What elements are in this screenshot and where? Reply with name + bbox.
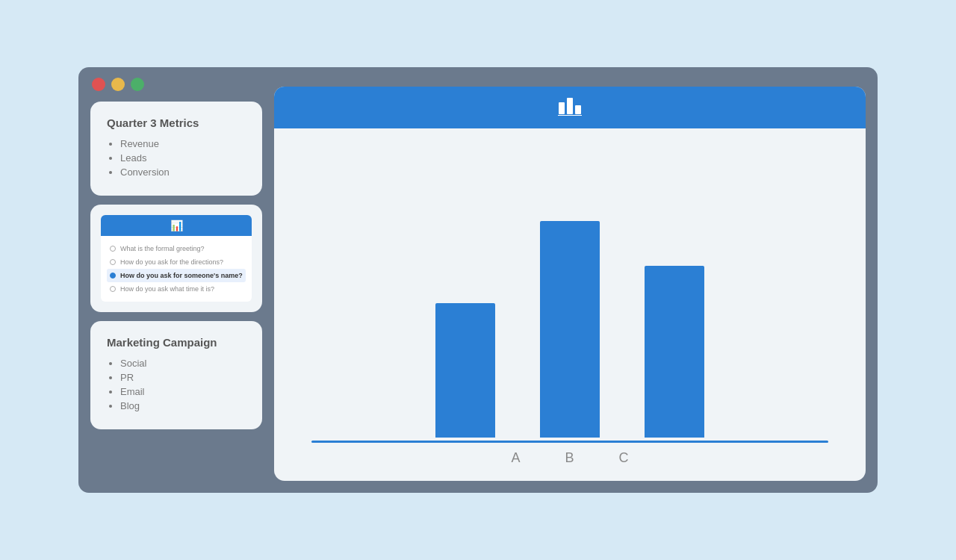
metrics-card-title: Quarter 3 Metrics xyxy=(107,116,246,129)
bar-b xyxy=(540,221,600,438)
browser-window: Quarter 3 Metrics Revenue Leads Conversi… xyxy=(78,67,878,493)
chart-card: A B C xyxy=(274,87,866,481)
quiz-row-text-2: How do you ask for the directions? xyxy=(120,258,223,266)
quiz-body: What is the formal greeting? How do you … xyxy=(101,236,252,302)
svg-rect-2 xyxy=(575,105,581,114)
bar-label-b: B xyxy=(565,450,574,466)
svg-rect-0 xyxy=(559,102,565,114)
bar-group-a xyxy=(435,303,495,438)
svg-rect-1 xyxy=(567,98,573,114)
quiz-row-icon-1 xyxy=(110,246,116,252)
quiz-row-4[interactable]: How do you ask what time it is? xyxy=(107,282,246,296)
metrics-list: Revenue Leads Conversion xyxy=(107,138,246,178)
quiz-preview-card: 📊 What is the formal greeting? How do yo… xyxy=(90,205,262,312)
quiz-row-text-1: What is the formal greeting? xyxy=(120,245,205,252)
quiz-row-2[interactable]: How do you ask for the directions? xyxy=(107,255,246,269)
marketing-card-title: Marketing Campaign xyxy=(107,336,246,349)
list-item-social: Social xyxy=(120,358,246,369)
svg-rect-3 xyxy=(558,115,582,116)
list-item-leads: Leads xyxy=(120,152,246,164)
quiz-row-text-4: How do you ask what time it is? xyxy=(120,285,214,293)
main-content: A B C xyxy=(274,87,866,481)
list-item-conversion: Conversion xyxy=(120,167,246,178)
bars-container xyxy=(311,151,828,438)
bar-c xyxy=(645,266,704,438)
bar-a xyxy=(435,303,495,438)
quiz-row-3[interactable]: How do you ask for someone's name? xyxy=(107,269,246,282)
bar-group-c xyxy=(645,266,704,438)
list-item-pr: PR xyxy=(120,372,246,383)
quiz-header: 📊 xyxy=(101,215,252,236)
bar-label-c: C xyxy=(619,450,629,466)
quiz-row-icon-4 xyxy=(110,286,116,292)
traffic-light-green[interactable] xyxy=(131,78,144,91)
quiz-row-icon-3 xyxy=(110,273,116,279)
list-item-blog: Blog xyxy=(120,400,246,411)
marketing-card: Marketing Campaign Social PR Email Blog xyxy=(90,321,262,429)
quiz-row-text-3: How do you ask for someone's name? xyxy=(120,272,243,279)
quiz-header-icon: 📊 xyxy=(170,220,183,231)
list-item-revenue: Revenue xyxy=(120,138,246,149)
chart-bar-icon xyxy=(558,95,582,121)
quiz-row-1[interactable]: What is the formal greeting? xyxy=(107,242,246,255)
list-item-email: Email xyxy=(120,386,246,397)
bar-group-b xyxy=(540,221,600,438)
chart-header xyxy=(274,87,866,128)
sidebar: Quarter 3 Metrics Revenue Leads Conversi… xyxy=(90,102,262,481)
marketing-list: Social PR Email Blog xyxy=(107,358,246,411)
traffic-light-yellow[interactable] xyxy=(111,78,125,91)
traffic-light-red[interactable] xyxy=(92,78,105,91)
chart-labels-row: A B C xyxy=(311,443,828,466)
traffic-lights xyxy=(92,78,144,91)
bar-label-a: A xyxy=(511,450,520,466)
metrics-card: Quarter 3 Metrics Revenue Leads Conversi… xyxy=(90,102,262,196)
quiz-row-icon-2 xyxy=(110,259,116,265)
chart-area: A B C xyxy=(274,128,866,481)
